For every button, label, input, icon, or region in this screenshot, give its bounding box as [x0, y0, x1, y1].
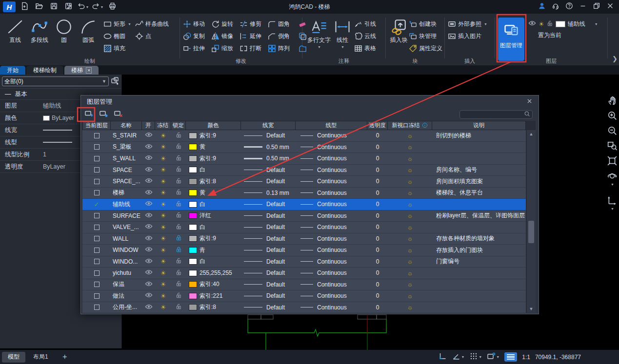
layer-color-cell[interactable]: 索引:9	[186, 154, 241, 163]
dialog-title-bar[interactable]: 图层管理	[81, 96, 539, 108]
sun-icon[interactable]: ☀	[160, 144, 166, 150]
insert-block-button[interactable]: 插入块	[389, 17, 409, 44]
eye-icon[interactable]	[145, 269, 153, 276]
lock-icon[interactable]	[176, 189, 182, 197]
table-row[interactable]: 做法 ☀ 索引:221 Default Continuous 0 ☼	[82, 290, 526, 302]
layer-lock-cell[interactable]	[171, 189, 186, 197]
layer-vp-freeze-cell[interactable]: ☼	[388, 133, 432, 139]
lock-icon[interactable]	[176, 211, 182, 220]
layer-name[interactable]: S_WALL	[111, 155, 142, 162]
layer-transparency-cell[interactable]: 0	[367, 155, 388, 162]
color-swatch[interactable]	[189, 212, 197, 219]
col-freeze[interactable]: 冻结	[155, 121, 171, 130]
viewport-freeze-icon[interactable]: ☼	[407, 155, 413, 162]
layer-lineweight-cell[interactable]: Default	[241, 281, 296, 288]
dialog-close-button[interactable]	[526, 98, 533, 106]
table-row[interactable]: S_WALL ☀ 索引:9 0.50 mm Continuous 0 ☼	[82, 153, 526, 165]
layer-vp-freeze-cell[interactable]: ☼	[388, 155, 432, 162]
xref-button[interactable]: 外部参照▼	[448, 19, 487, 30]
layer-lineweight-cell[interactable]: Default	[241, 132, 296, 139]
layer-freeze-cell[interactable]: ☀	[155, 178, 171, 185]
delete-layer-button[interactable]	[113, 109, 124, 120]
layer-freeze-cell[interactable]: ☀	[155, 258, 171, 265]
layer-lineweight-cell[interactable]: Default	[241, 201, 296, 208]
sun-icon[interactable]: ☀	[160, 178, 166, 185]
layer-color-cell[interactable]: 青	[186, 246, 241, 254]
layer-name[interactable]: S_梁板	[111, 143, 142, 151]
layer-linetype-cell[interactable]: Continuous	[296, 132, 367, 139]
current-layer-cell[interactable]	[82, 144, 111, 150]
array-button[interactable]: 阵列	[268, 43, 296, 54]
eye-icon[interactable]	[145, 201, 153, 208]
scale-indicator[interactable]: 1:1	[522, 354, 530, 361]
new-layer-button[interactable]	[84, 109, 95, 120]
layer-on-cell[interactable]	[142, 190, 155, 196]
layer-lineweight-cell[interactable]: Default	[241, 258, 296, 265]
layer-checkbox[interactable]	[94, 179, 100, 184]
layer-vp-freeze-cell[interactable]: ☼	[388, 190, 432, 196]
move-button[interactable]: 移动	[183, 19, 211, 30]
layer-transparency-cell[interactable]: 0	[367, 144, 388, 151]
eye-icon[interactable]	[145, 247, 153, 253]
leader-button[interactable]: A引线	[354, 19, 376, 30]
layer-transparency-cell[interactable]: 0	[367, 281, 388, 288]
color-swatch[interactable]	[189, 235, 197, 242]
layer-name[interactable]: VALVE_...	[111, 224, 142, 230]
table-row[interactable]: VALVE_... ☀ 白 Default Continuous 0 ☼	[82, 222, 526, 233]
scale-button[interactable]: 缩放	[211, 43, 240, 54]
rotate-button[interactable]: 旋转	[211, 19, 240, 30]
layer-lineweight-cell[interactable]: Default	[241, 247, 296, 253]
layer-color-cell[interactable]: 白	[186, 257, 241, 266]
col-transparency[interactable]: 透明度	[367, 121, 388, 130]
sun-icon[interactable]: ☀	[160, 167, 166, 173]
layer-lineweight-cell[interactable]: Default	[241, 304, 296, 311]
eye-icon[interactable]	[145, 224, 153, 230]
layer-transparency-cell[interactable]: 0	[367, 201, 388, 208]
viewport-freeze-icon[interactable]: ☼	[407, 190, 413, 196]
current-layer-color-swatch[interactable]	[556, 21, 565, 27]
layer-freeze-cell[interactable]: ☀	[155, 247, 171, 253]
rectangle-button[interactable]: 矩形▼	[103, 19, 131, 30]
layer-color-cell[interactable]: 索引:9	[186, 234, 241, 243]
layer-name[interactable]: 楼梯	[111, 189, 142, 197]
current-layer-cell[interactable]	[82, 167, 111, 172]
layout1-tab[interactable]: 布局1	[27, 352, 54, 363]
arc-button[interactable]: 圆弧	[76, 17, 100, 44]
sun-icon[interactable]: ☀	[160, 155, 166, 162]
color-swatch[interactable]	[189, 224, 197, 230]
zoom-in-button[interactable]	[607, 111, 617, 122]
current-layer-cell[interactable]	[82, 156, 111, 161]
viewport-freeze-icon[interactable]: ☼	[407, 212, 413, 219]
color-swatch[interactable]	[189, 281, 197, 287]
app-logo[interactable]: H	[3, 1, 16, 12]
layer-freeze-cell[interactable]: ☀	[155, 201, 171, 208]
undo-button[interactable]: ▼	[77, 1, 89, 12]
layer-lock-cell[interactable]	[171, 292, 186, 300]
layer-transparency-cell[interactable]: 0	[367, 167, 388, 173]
layer-manager-button[interactable]: 图层管理	[498, 18, 524, 61]
layer-lock-cell[interactable]	[171, 246, 186, 254]
mirror-button[interactable]: 镜像	[211, 31, 240, 42]
layer-filter-select[interactable]: 全部(0)▼	[2, 77, 109, 86]
scroll-up-icon[interactable]: ▲	[529, 130, 534, 138]
layer-checkbox[interactable]	[94, 190, 100, 195]
viewport-freeze-icon[interactable]: ☼	[407, 224, 413, 230]
eye-icon[interactable]	[145, 155, 153, 162]
layer-color-cell[interactable]: 255,255,255	[186, 269, 241, 276]
pan-button[interactable]	[607, 96, 617, 107]
layer-transparency-cell[interactable]: 0	[367, 190, 388, 196]
layer-lock-cell[interactable]	[171, 166, 186, 174]
layer-name[interactable]: WINDOW	[111, 247, 142, 253]
sun-icon[interactable]: ☀	[160, 224, 166, 230]
layer-linetype-cell[interactable]: Continuous	[296, 247, 367, 253]
create-block-button[interactable]: 创建块	[409, 19, 442, 30]
layer-name[interactable]: yichutu	[111, 269, 142, 276]
col-lock[interactable]: 锁定	[171, 121, 186, 130]
xref-dropdown-icon[interactable]: ▼	[484, 22, 487, 26]
layer-linetype-cell[interactable]: Continuous	[296, 281, 367, 288]
sun-icon[interactable]: ☀	[160, 247, 166, 253]
new-file-button[interactable]	[19, 1, 30, 12]
minimize-button[interactable]	[577, 1, 589, 12]
eye-icon[interactable]	[145, 292, 153, 299]
layer-vp-freeze-cell[interactable]: ☼	[388, 270, 432, 276]
